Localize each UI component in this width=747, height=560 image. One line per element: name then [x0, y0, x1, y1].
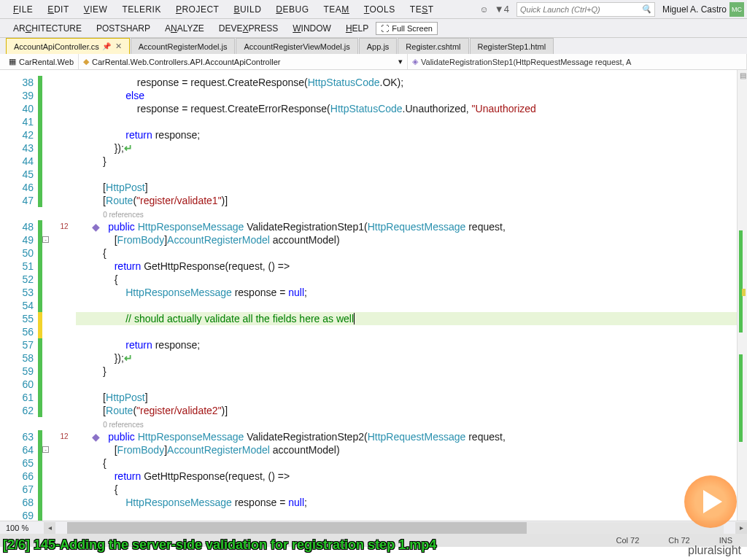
menu-postsharp[interactable]: POSTSHARP — [89, 20, 158, 36]
fullscreen-icon: ⛶ — [381, 24, 389, 33]
breadcrumb-bar: ▦ CarRental.Web ◆ CarRental.Web.Controll… — [0, 54, 747, 70]
overview-ruler[interactable]: ▤ — [737, 70, 747, 534]
play-button[interactable] — [684, 475, 737, 528]
quick-launch-input[interactable]: Quick Launch (Ctrl+Q) 🔍 — [516, 2, 655, 17]
class-icon: ◆ — [83, 57, 89, 66]
zoom-level[interactable]: 100 % — [0, 524, 44, 532]
close-icon[interactable]: ✕ — [115, 42, 122, 51]
dropdown-icon: ▾ — [398, 57, 403, 66]
project-icon: ▦ — [9, 57, 16, 66]
user-avatar[interactable]: MC — [729, 2, 744, 17]
horizontal-scrollbar[interactable] — [67, 522, 724, 534]
document-tab[interactable]: AccountRegisterModel.js — [131, 38, 236, 54]
menu-devexpress[interactable]: DEVEXPRESS — [212, 20, 285, 36]
search-icon: 🔍 — [641, 4, 651, 14]
document-tab[interactable]: RegisterStep1.html — [470, 38, 554, 54]
document-tab[interactable]: AccountApiController.cs📌✕ — [6, 38, 130, 54]
codelens-column: 1212 — [53, 70, 76, 534]
code-area[interactable]: response = request.CreateResponse(HttpSt… — [76, 70, 747, 534]
editor-bottom-bar: 100 % ◂ ▸ — [0, 521, 747, 534]
menu-analyze[interactable]: ANALYZE — [158, 20, 212, 36]
feedback-icon[interactable]: ☺ — [480, 4, 489, 15]
menu-window[interactable]: WINDOW — [285, 20, 338, 36]
tab-label: AccountApiController.cs — [14, 42, 99, 51]
fold-column[interactable]: -- — [42, 70, 53, 534]
notifications-icon[interactable]: ▼4 — [495, 4, 509, 15]
user-name[interactable]: Miguel A. Castro — [662, 4, 727, 15]
method-icon: ◈ — [412, 57, 418, 66]
document-tab[interactable]: App.js — [359, 38, 398, 54]
document-tab[interactable]: Register.cshtml — [398, 38, 468, 54]
class-selector[interactable]: ◆ CarRental.Web.Controllers.API.AccountA… — [79, 54, 408, 69]
menu-team[interactable]: TEAM — [316, 1, 356, 18]
menu-tools[interactable]: TOOLS — [357, 1, 403, 18]
menu-architecture[interactable]: ARCHITECTURE — [6, 20, 89, 36]
full-screen-button[interactable]: ⛶ Full Screen — [376, 22, 438, 35]
project-selector[interactable]: ▦ CarRental.Web — [4, 54, 79, 69]
document-tabs: AccountApiController.cs📌✕AccountRegister… — [0, 38, 747, 54]
scroll-left-button[interactable]: ◂ — [44, 522, 55, 534]
member-selector[interactable]: ◈ ValidateRegistrationStep1(HttpRequestM… — [408, 54, 747, 69]
menu-file[interactable]: FILE — [6, 1, 40, 18]
split-icon[interactable]: ▤ — [740, 71, 746, 79]
tab-label: AccountRegisterModel.js — [139, 42, 228, 51]
video-title-overlay: [2/6] 145-Adding the server-side validat… — [3, 537, 436, 553]
menu-build[interactable]: BUILD — [226, 1, 268, 18]
scroll-right-button[interactable]: ▸ — [735, 522, 747, 534]
tab-label: RegisterStep1.html — [478, 42, 546, 51]
menu-telerik[interactable]: TELERIK — [115, 1, 169, 18]
menu-test[interactable]: TEST — [403, 1, 441, 18]
line-number-gutter: 3839404142434445464748495051525354555657… — [0, 70, 38, 534]
tab-label: AccountRegisterViewModel.js — [244, 42, 349, 51]
pluralsight-logo: pluralsight — [688, 544, 741, 557]
document-tab[interactable]: AccountRegisterViewModel.js — [236, 38, 357, 54]
menu-bar-2: ARCHITECTURE POSTSHARP ANALYZE DEVEXPRES… — [0, 19, 747, 38]
menu-project[interactable]: PROJECT — [169, 1, 227, 18]
menu-debug[interactable]: DEBUG — [268, 1, 316, 18]
menu-help[interactable]: HELP — [338, 20, 376, 36]
tab-label: App.js — [367, 42, 390, 51]
status-col: Col 72 — [602, 536, 654, 545]
pin-icon[interactable]: 📌 — [102, 42, 111, 50]
tab-label: Register.cshtml — [406, 42, 460, 51]
menu-view[interactable]: VIEW — [77, 1, 115, 18]
code-editor[interactable]: 3839404142434445464748495051525354555657… — [0, 70, 747, 534]
menu-bar: FILE EDIT VIEW TELERIK PROJECT BUILD DEB… — [0, 0, 747, 19]
menu-edit[interactable]: EDIT — [40, 1, 76, 18]
